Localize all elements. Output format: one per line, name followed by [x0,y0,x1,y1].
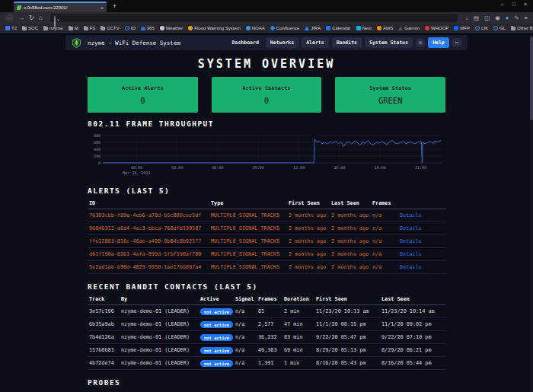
cell-details: Details [398,222,445,235]
new-tab-button[interactable]: + [113,2,116,10]
bookmark-item[interactable]: LIK [475,26,488,30]
cell-duration: 2 min [282,305,314,318]
bookmark-item[interactable]: MFP [454,26,470,30]
bookmark-item[interactable]: nzyme [43,26,63,30]
cell-active: not active [199,305,234,318]
downloads-icon[interactable]: ↓ [465,15,468,21]
bookmark-item[interactable]: Calendar [326,26,350,30]
cell-track: 7b4d126a [88,331,120,344]
logout-button[interactable]: ↦ [452,38,461,47]
col-header-frames: Frames [257,294,282,305]
window-minimize-button[interactable]: – [501,2,504,7]
table-row: d61f198a-82b1-4afa-899d-5fbf590af780MULT… [88,248,445,261]
bookmark-favicon-icon [160,26,164,30]
table-row: ffe12863-818c-46ae-a400-9b84c8b92577MULT… [88,235,445,248]
bookmark-item[interactable]: Confluence [270,26,299,30]
bookmark-item[interactable]: M [69,26,78,30]
toolbar-icons: ↓ ▤ ◫ ◉ ● ✎ ≡ [465,15,528,21]
bookmark-label: nzyme [49,26,63,30]
tab-bar: x.0x58ed.com:22901/ × + – □ × [0,0,533,12]
sidebar-icon[interactable]: ◫ [484,15,490,21]
details-link[interactable]: Details [400,238,422,244]
bookmark-favicon-icon [101,27,105,30]
menu-icon[interactable]: ≡ [525,15,528,21]
nav-alerts[interactable]: Alerts [302,37,328,48]
details-link[interactable]: Details [400,264,422,270]
cell-type: MULTIPLE_SIGNAL_TRACKS [209,235,287,248]
section-title-alerts: ALERTS (LAST 5) [88,186,445,195]
other-bookmarks-button[interactable]: Other Bookmarks [511,26,533,30]
nav-networks[interactable]: Networks [266,37,298,48]
window-close-button[interactable]: × [524,2,527,7]
cell-first-seen: 11/23/20 10:13 am [314,305,380,318]
back-button[interactable]: ← [5,14,14,22]
bookmark-item[interactable]: T2 [5,26,17,30]
bookmark-favicon-icon [22,27,27,30]
bookmark-favicon-icon [69,27,73,30]
svg-text:12:00: 12:00 [293,165,305,170]
nav-system-status[interactable]: System Status [365,37,413,48]
cell-id: d61f198a-82b1-4afa-899d-5fbf590af780 [88,248,209,261]
cell-active: not active [199,344,234,357]
table-row: 157b0b81nzyme-demo-01 (LEADER)not active… [88,344,445,357]
bookmark-item[interactable]: Flood Warning System [188,26,240,30]
bookmark-item[interactable]: JIRA [305,26,321,30]
nav-buttons: NetworksAlertsBanditsSystem Status [266,37,413,48]
cell-last-seen: 9/22/20 07:10 pm [380,331,445,344]
browser-tab[interactable]: x.0x58ed.com:22901/ × [14,2,107,12]
bookmark-favicon-icon [125,26,129,30]
circle-icon: ◎ [419,40,422,46]
reload-button[interactable]: ↻ [29,15,34,21]
bookmark-item[interactable]: Nest [356,26,372,30]
url-bar[interactable] [50,14,458,22]
bookmark-favicon-icon [454,26,458,30]
col-header-duration: Duration [282,294,314,305]
summary-card: Active Contacts0 [212,77,322,113]
bookmark-item[interactable]: SOC [22,26,38,30]
bookmark-item[interactable]: CCTV [101,26,119,30]
bookmark-item[interactable]: GL [493,26,506,30]
folder-icon [511,27,515,30]
bookmark-item[interactable]: NOAA [246,26,265,30]
bookmark-item[interactable]: AWS [377,26,393,30]
help-button[interactable]: Help [428,37,449,48]
col-header-first-seen: First Seen [287,198,330,209]
forward-button[interactable]: → [18,15,24,21]
url-input[interactable] [61,14,455,21]
bookmark-item[interactable]: FS [84,26,96,30]
back-icon: ← [7,15,12,21]
nav-dashboard[interactable]: Dashboard [232,40,259,46]
account-icon[interactable]: ◉ [495,15,500,21]
extension-icon[interactable]: ● [506,15,509,21]
cell-signal: n/a [234,331,257,344]
bookmark-item[interactable]: ID [125,26,136,30]
bandit-contacts-table: TrackByActiveSignalFramesDurationFirst S… [88,294,445,370]
cell-track: 6b35a9ab [88,318,120,331]
cell-frames: n/a [371,209,398,222]
bookmark-item[interactable]: WHOOP [425,26,448,30]
scrollbar-thumb[interactable] [530,37,533,120]
browser-chrome: x.0x58ed.com:22901/ × + – □ × ← → ↻ ⌂ ↓ … [0,0,533,33]
home-button[interactable]: ⌂ [39,15,43,21]
details-link[interactable]: Details [400,251,422,257]
edit-icon[interactable]: ✎ [514,15,519,21]
bookmark-item[interactable]: 365 [141,26,155,30]
cell-frames: 81 [257,305,282,318]
scrollbar[interactable] [530,35,533,392]
status-circle-button[interactable]: ◎ [416,38,425,47]
library-icon[interactable]: ▤ [474,15,479,21]
nav-bandits[interactable]: Bandits [332,37,362,48]
window-maximize-button[interactable]: □ [512,2,515,7]
bookmark-favicon-icon [326,26,330,30]
cell-id: 96846311-a6d4-4ec3-bbca-768dfb139587 [88,222,209,235]
page-title: SYSTEM OVERVIEW [0,57,533,71]
bookmark-item[interactable]: Weather [160,26,184,30]
details-link[interactable]: Details [400,212,422,218]
table-row: 4b72de74nzyme-demo-01 (LEADER)not active… [88,357,445,370]
svg-text:800: 800 [94,133,101,138]
bookmark-item[interactable]: Garmin [398,26,420,30]
cell-by: nzyme-demo-01 (LEADER) [120,344,199,357]
bookmarks-list: T2SOCnzymeMFSCCTVID365WeatherFlood Warni… [5,26,511,30]
details-link[interactable]: Details [400,225,422,231]
tab-close-icon[interactable]: × [101,5,104,11]
